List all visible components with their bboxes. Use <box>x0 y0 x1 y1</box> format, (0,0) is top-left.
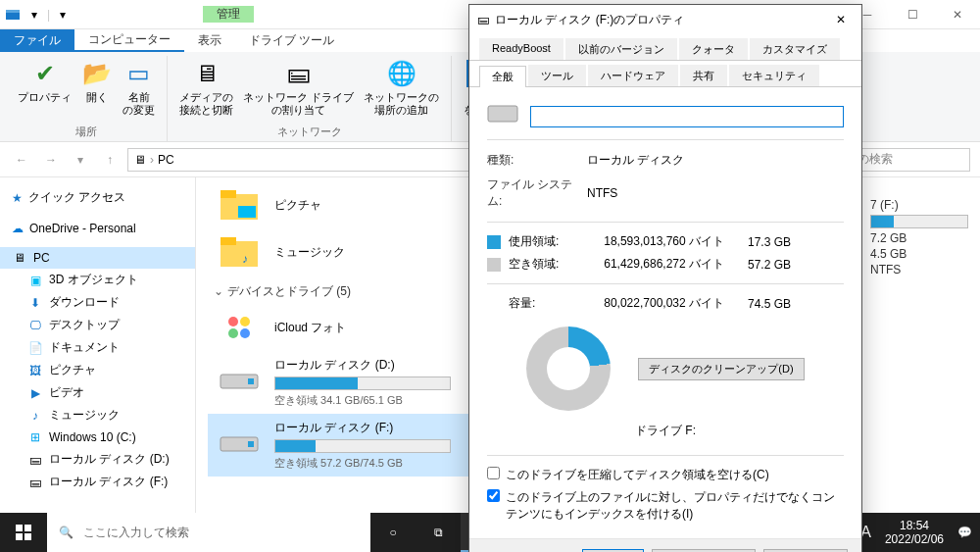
compress-checkbox[interactable] <box>487 467 500 479</box>
sidebar-pictures[interactable]: 🖼ピクチャ <box>0 359 195 381</box>
qat-item-icon[interactable]: ▾ <box>54 6 72 24</box>
drive-big-icon <box>487 105 518 127</box>
dialog-tabs-row1: ReadyBoost 以前のバージョン クォータ カスタマイズ <box>469 34 861 61</box>
dtab-security[interactable]: セキュリティ <box>729 65 819 86</box>
rp-fs: NTFS <box>870 262 972 277</box>
start-button[interactable] <box>0 513 47 552</box>
svg-rect-17 <box>248 441 254 447</box>
drive-icon: 🖴 <box>27 475 43 490</box>
sidebar-3d[interactable]: ▣3D オブジェクト <box>0 269 195 291</box>
nav-forward[interactable]: → <box>39 148 63 172</box>
video-icon: ▶ <box>27 385 43 401</box>
index-checkbox[interactable] <box>487 489 500 502</box>
maximize-button[interactable]: ☐ <box>890 0 935 29</box>
contextual-tab-label: 管理 <box>203 6 254 23</box>
drive-icon <box>216 365 263 400</box>
used-gb: 17.3 GB <box>732 235 791 249</box>
sidebar-quick-access[interactable]: ★クイック アクセス <box>0 185 195 210</box>
tray-notifications-icon[interactable]: 💬 <box>957 526 972 539</box>
svg-point-13 <box>240 328 250 338</box>
picture-icon: 🖼 <box>27 363 43 378</box>
ribbon-add-network[interactable]: 🌐ネットワークの 場所の追加 <box>360 56 443 119</box>
svg-rect-15 <box>248 378 254 384</box>
sidebar-pc[interactable]: 🖥PC <box>0 247 195 269</box>
rename-icon: ▭ <box>123 58 155 89</box>
task-view-icon[interactable]: ⧉ <box>416 513 461 552</box>
tab-computer[interactable]: コンピューター <box>74 29 184 52</box>
cap-bytes: 80,022,700,032 バイト <box>577 295 724 312</box>
sidebar-onedrive[interactable]: ☁OneDrive - Personal <box>0 218 195 239</box>
tab-drive-tools[interactable]: ドライブ ツール <box>235 29 348 52</box>
taskbar-search[interactable]: 🔍ここに入力して検索 <box>47 513 370 552</box>
sidebar: ★クイック アクセス ☁OneDrive - Personal 🖥PC ▣3D … <box>0 177 196 526</box>
tray-clock[interactable]: 18:542022/02/06 <box>879 519 950 547</box>
details-panel: 7 (F:) 7.2 GB 4.5 GB NTFS <box>862 177 980 526</box>
windows-icon: ⊞ <box>27 429 43 445</box>
svg-rect-18 <box>488 106 517 122</box>
ribbon-rename[interactable]: ▭名前 の変更 <box>119 56 159 119</box>
tab-view[interactable]: 表示 <box>184 29 235 52</box>
folder-label: ピクチャ <box>274 197 321 214</box>
dtab-readyboost[interactable]: ReadyBoost <box>479 38 564 60</box>
drive-sub: 空き領域 34.1 GB/65.1 GB <box>274 393 451 408</box>
sidebar-d-drive[interactable]: 🖴ローカル ディスク (D:) <box>0 448 195 471</box>
used-bytes: 18,593,013,760 バイト <box>577 233 724 250</box>
volume-label-input[interactable] <box>530 106 844 127</box>
pc-icon: 🖥 <box>134 153 146 167</box>
svg-rect-5 <box>220 190 236 198</box>
drive-name: ローカル ディスク (D:) <box>274 357 451 374</box>
usage-donut <box>526 326 611 411</box>
disk-cleanup-button[interactable]: ディスクのクリーンアップ(D) <box>638 358 804 380</box>
nav-up[interactable]: ↑ <box>98 148 122 172</box>
dialog-close[interactable]: ✕ <box>828 9 854 30</box>
dtab-quota[interactable]: クォータ <box>679 38 748 60</box>
cortana-icon[interactable]: ○ <box>370 513 416 552</box>
ribbon-open[interactable]: 📂開く <box>77 56 117 106</box>
cloud-icon: ☁ <box>12 222 24 235</box>
add-network-icon: 🌐 <box>386 58 417 89</box>
sidebar-desktop[interactable]: 🖵デスクトップ <box>0 314 195 336</box>
sidebar-music[interactable]: ♪ミュージック <box>0 404 195 427</box>
drive-icon: 🖴 <box>477 13 489 26</box>
folder-label: ミュージック <box>274 244 345 261</box>
ribbon-properties[interactable]: ✔プロパティ <box>14 56 75 106</box>
search-icon: 🔍 <box>59 526 74 539</box>
rp-total: 4.5 GB <box>870 246 972 262</box>
cap-gb: 74.5 GB <box>732 297 791 311</box>
dtab-previous[interactable]: 以前のバージョン <box>565 38 677 60</box>
ribbon-media[interactable]: 🖥メディアの 接続と切断 <box>175 56 237 119</box>
rp-usage-bar <box>870 215 968 228</box>
nav-recent[interactable]: ▾ <box>69 148 92 172</box>
tab-file[interactable]: ファイル <box>0 29 74 52</box>
dtab-hardware[interactable]: ハードウェア <box>588 65 678 86</box>
svg-point-11 <box>240 317 250 326</box>
close-button[interactable]: ✕ <box>935 0 980 29</box>
folder-icon <box>216 185 263 225</box>
qat-dropdown-icon[interactable]: ▾ <box>25 6 43 24</box>
svg-rect-8 <box>220 237 236 245</box>
caret-down-icon: ⌄ <box>214 284 223 298</box>
ribbon-network-drive[interactable]: 🖴ネットワーク ドライブ の割り当て <box>239 56 358 119</box>
svg-rect-6 <box>238 206 256 218</box>
svg-rect-21 <box>16 533 23 540</box>
fs-value: NTFS <box>587 186 617 200</box>
sidebar-c-drive[interactable]: ⊞Windows 10 (C:) <box>0 427 195 448</box>
dtab-tools[interactable]: ツール <box>528 65 586 86</box>
drive-icon: 🖴 <box>27 452 43 468</box>
dialog-titlebar: 🖴ローカル ディスク (F:)のプロパティ ✕ <box>469 5 861 34</box>
sidebar-downloads[interactable]: ⬇ダウンロード <box>0 291 195 314</box>
sidebar-f-drive[interactable]: 🖴ローカル ディスク (F:) <box>0 471 195 493</box>
dtab-general[interactable]: 全般 <box>479 66 526 87</box>
group-network-label: ネットワーク <box>277 123 342 141</box>
icloud-icon <box>216 310 263 345</box>
dtab-customize[interactable]: カスタマイズ <box>750 38 840 60</box>
rp-name: 7 (F:) <box>870 197 972 213</box>
sidebar-documents[interactable]: 📄ドキュメント <box>0 336 195 359</box>
breadcrumb-root[interactable]: PC <box>158 153 174 167</box>
nav-back[interactable]: ← <box>10 148 33 172</box>
folder-open-icon: 📂 <box>81 58 113 89</box>
sidebar-videos[interactable]: ▶ビデオ <box>0 381 195 404</box>
dtab-sharing[interactable]: 共有 <box>680 65 727 86</box>
music-icon: ♪ <box>27 408 43 424</box>
desktop-icon: 🖵 <box>27 318 43 333</box>
